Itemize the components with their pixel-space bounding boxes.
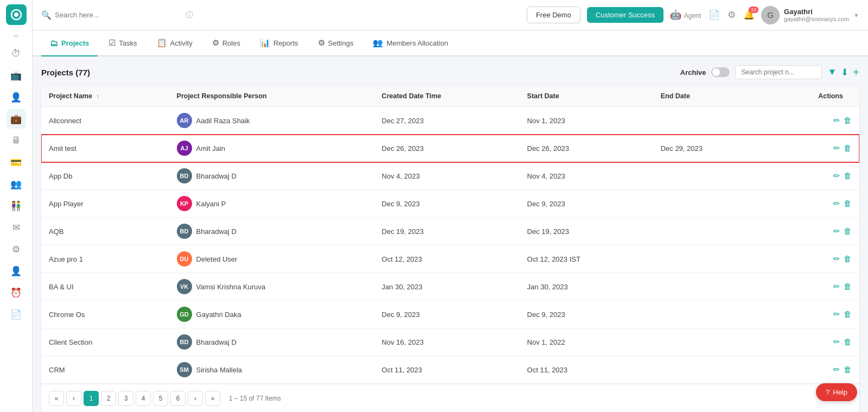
edit-icon[interactable]: ✏ <box>833 254 840 264</box>
edit-icon[interactable]: ✏ <box>833 365 840 375</box>
edit-icon[interactable]: ✏ <box>833 226 840 236</box>
search-icon: 🔍 <box>41 10 52 20</box>
sidebar-icon-user[interactable]: 👤 <box>7 87 26 107</box>
edit-icon[interactable]: ✏ <box>833 199 840 208</box>
page-last-button[interactable]: » <box>205 391 220 406</box>
sidebar-icon-settings[interactable]: ⚙ <box>7 239 26 259</box>
delete-icon[interactable]: 🗑 <box>844 116 852 125</box>
sidebar-icon-group[interactable]: 👫 <box>7 196 26 215</box>
sidebar-more[interactable]: ›› <box>14 31 18 40</box>
sidebar-icon-card[interactable]: 💳 <box>7 153 26 172</box>
created-date-cell: Dec 9, 2023 <box>374 301 520 328</box>
created-date-cell: Oct 12, 2023 <box>374 245 520 273</box>
edit-icon[interactable]: ✏ <box>833 116 840 125</box>
page-first-button[interactable]: « <box>49 391 64 406</box>
download-icon[interactable]: ⬇ <box>841 67 848 78</box>
tab-roles[interactable]: ⚙ Roles <box>203 30 249 56</box>
end-date-cell <box>653 328 764 356</box>
user-email: gayathri@snovasys.com <box>784 16 849 22</box>
delete-icon[interactable]: 🗑 <box>844 282 852 291</box>
help-label: Help <box>833 388 847 396</box>
archive-toggle[interactable] <box>711 67 730 77</box>
user-dropdown-arrow[interactable]: ▼ <box>853 12 859 18</box>
col-start: Start Date <box>520 86 653 107</box>
delete-icon[interactable]: 🗑 <box>844 337 852 347</box>
sidebar-icon-tv[interactable]: 📺 <box>7 66 26 85</box>
created-date-cell: Dec 27, 2023 <box>374 107 520 135</box>
edit-icon[interactable]: ✏ <box>833 143 840 153</box>
end-date-cell <box>653 162 764 190</box>
responsible-cell: AJ Amit Jain <box>169 135 374 162</box>
delete-icon[interactable]: 🗑 <box>844 365 852 375</box>
page-3-button[interactable]: 3 <box>118 391 133 406</box>
edit-icon[interactable]: ✏ <box>833 309 840 319</box>
filter-icon[interactable]: ▼ <box>827 67 837 78</box>
info-icon[interactable]: ⓘ <box>186 10 193 20</box>
edit-icon[interactable]: ✏ <box>833 171 840 181</box>
end-date-cell <box>653 245 764 273</box>
notification-icon[interactable]: 🔔 33 <box>743 9 755 21</box>
start-date-cell: Nov 1, 2022 <box>520 328 653 356</box>
user-info: Gayathri gayathri@snovasys.com <box>784 8 849 22</box>
sidebar-icon-timer[interactable]: ⏰ <box>7 283 26 302</box>
edit-icon[interactable]: ✏ <box>833 337 840 347</box>
document-icon[interactable]: 📄 <box>709 9 720 21</box>
responsible-cell: SM Sirisha Mallela <box>169 356 374 384</box>
actions-cell: ✏ 🗑 <box>764 107 859 135</box>
tab-reports[interactable]: 📊 Reports <box>251 30 307 56</box>
page-prev-button[interactable]: ‹ <box>66 391 81 406</box>
created-date-cell: Jan 30, 2023 <box>374 273 520 301</box>
project-search-input[interactable] <box>735 65 822 79</box>
responsible-name: Aadil Raza Shaik <box>196 117 250 125</box>
start-date-cell: Jan 30, 2023 <box>520 273 653 301</box>
delete-icon[interactable]: 🗑 <box>844 143 852 153</box>
projects-title: Projects (77) <box>41 68 680 77</box>
search-input[interactable] <box>55 11 182 19</box>
sidebar-icon-doc[interactable]: 📄 <box>7 305 26 324</box>
delete-icon[interactable]: 🗑 <box>844 171 852 181</box>
tab-members[interactable]: 👥 Members Allocation <box>364 30 456 56</box>
start-date-cell: Oct 11, 2023 <box>520 356 653 384</box>
start-date-cell: Dec 26, 2023 <box>520 135 653 162</box>
toggle-knob <box>712 68 720 76</box>
agent-button[interactable]: 🤖 Agent <box>670 9 701 21</box>
gear-icon[interactable]: ⚙ <box>727 9 736 21</box>
end-date-cell <box>653 301 764 328</box>
delete-icon[interactable]: 🗑 <box>844 254 852 264</box>
end-date-cell <box>653 273 764 301</box>
page-next-button[interactable]: › <box>188 391 203 406</box>
delete-icon[interactable]: 🗑 <box>844 309 852 319</box>
tab-tasks[interactable]: ☑ Tasks <box>100 30 145 56</box>
page-6-button[interactable]: 6 <box>170 391 186 406</box>
app-logo[interactable] <box>6 4 27 25</box>
free-demo-button[interactable]: Free Demo <box>527 7 580 23</box>
table-row: App Player KP Kalyani P Dec 9, 2023 Dec … <box>41 190 859 218</box>
page-1-button[interactable]: 1 <box>84 391 99 406</box>
delete-icon[interactable]: 🗑 <box>844 226 852 236</box>
help-button[interactable]: ? Help <box>816 383 857 401</box>
col-end: End Date <box>653 86 764 107</box>
sort-icon[interactable]: ↑ <box>96 93 99 99</box>
page-4-button[interactable]: 4 <box>136 391 151 406</box>
tab-settings[interactable]: ⚙ Settings <box>309 30 362 56</box>
add-project-button[interactable]: + <box>853 66 859 79</box>
page-5-button[interactable]: 5 <box>153 391 168 406</box>
tab-activity[interactable]: 📋 Activity <box>148 30 201 56</box>
delete-icon[interactable]: 🗑 <box>844 199 852 208</box>
user-area[interactable]: G Gayathri gayathri@snovasys.com ▼ <box>761 6 859 24</box>
toggle-switch[interactable] <box>711 67 730 77</box>
project-name-cell: BA & UI <box>41 273 169 301</box>
start-date-cell: Dec 9, 2023 <box>520 190 653 218</box>
sidebar-icon-clock[interactable]: ⏱ <box>7 44 26 64</box>
customer-success-button[interactable]: Customer Success <box>587 7 663 23</box>
sidebar-icon-briefcase[interactable]: 💼 <box>7 109 26 129</box>
sidebar-icon-monitor[interactable]: 🖥 <box>7 131 26 150</box>
sidebar-icon-mail[interactable]: ✉ <box>7 218 26 237</box>
tab-projects[interactable]: 🗂 Projects <box>41 30 98 56</box>
edit-icon[interactable]: ✏ <box>833 282 840 291</box>
page-2-button[interactable]: 2 <box>101 391 116 406</box>
user-name: Gayathri <box>784 8 849 16</box>
page-info: 1 – 15 of 77 Items <box>229 395 281 402</box>
sidebar-icon-users[interactable]: 👥 <box>7 174 26 194</box>
sidebar-icon-person[interactable]: 👤 <box>7 261 26 281</box>
